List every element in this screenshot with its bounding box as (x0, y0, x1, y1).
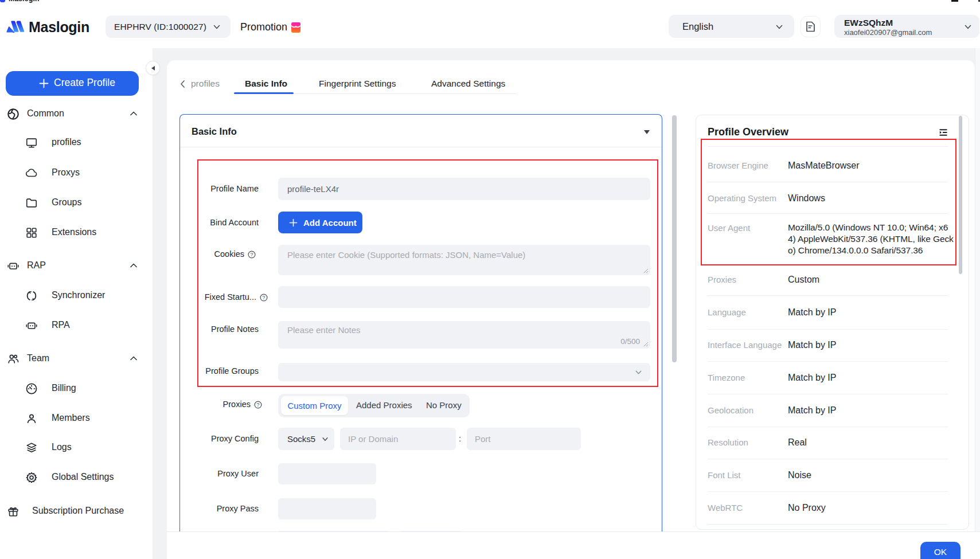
svg-text:?: ? (256, 401, 259, 408)
